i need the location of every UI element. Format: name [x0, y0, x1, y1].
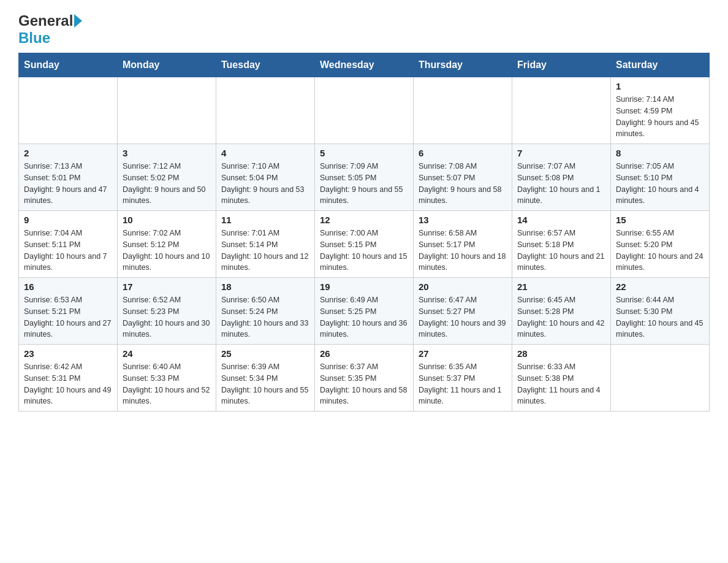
calendar-cell: 12Sunrise: 7:00 AM Sunset: 5:15 PM Dayli… [315, 211, 414, 278]
calendar-cell: 21Sunrise: 6:45 AM Sunset: 5:28 PM Dayli… [512, 278, 611, 345]
day-info: Sunrise: 6:58 AM Sunset: 5:17 PM Dayligh… [419, 228, 507, 274]
day-number: 15 [616, 215, 704, 225]
day-info: Sunrise: 6:35 AM Sunset: 5:37 PM Dayligh… [419, 361, 507, 407]
day-number: 22 [616, 282, 704, 292]
calendar-cell: 9Sunrise: 7:04 AM Sunset: 5:11 PM Daylig… [19, 211, 118, 278]
day-info: Sunrise: 7:05 AM Sunset: 5:10 PM Dayligh… [616, 161, 704, 207]
calendar-cell: 22Sunrise: 6:44 AM Sunset: 5:30 PM Dayli… [611, 278, 710, 345]
day-info: Sunrise: 7:04 AM Sunset: 5:11 PM Dayligh… [24, 228, 112, 274]
calendar-cell: 18Sunrise: 6:50 AM Sunset: 5:24 PM Dayli… [216, 278, 315, 345]
day-number: 6 [419, 148, 507, 158]
day-number: 24 [123, 348, 211, 359]
day-number: 13 [419, 215, 507, 225]
calendar-week-2: 2Sunrise: 7:13 AM Sunset: 5:01 PM Daylig… [19, 144, 710, 211]
calendar-cell: 28Sunrise: 6:33 AM Sunset: 5:38 PM Dayli… [512, 345, 611, 412]
day-number: 8 [616, 148, 704, 158]
day-info: Sunrise: 7:00 AM Sunset: 5:15 PM Dayligh… [320, 228, 408, 274]
calendar-cell: 19Sunrise: 6:49 AM Sunset: 5:25 PM Dayli… [315, 278, 414, 345]
day-number: 16 [24, 282, 112, 292]
calendar-cell: 4Sunrise: 7:10 AM Sunset: 5:04 PM Daylig… [216, 144, 315, 211]
day-info: Sunrise: 6:37 AM Sunset: 5:35 PM Dayligh… [320, 361, 408, 407]
calendar-header-sunday: Sunday [19, 53, 118, 77]
calendar-cell [315, 77, 414, 144]
day-number: 10 [123, 215, 211, 225]
calendar-cell [512, 77, 611, 144]
day-info: Sunrise: 6:33 AM Sunset: 5:38 PM Dayligh… [517, 361, 605, 407]
day-info: Sunrise: 7:08 AM Sunset: 5:07 PM Dayligh… [419, 161, 507, 207]
calendar-cell: 5Sunrise: 7:09 AM Sunset: 5:05 PM Daylig… [315, 144, 414, 211]
day-number: 1 [616, 81, 704, 91]
day-info: Sunrise: 6:39 AM Sunset: 5:34 PM Dayligh… [221, 361, 309, 407]
day-info: Sunrise: 6:45 AM Sunset: 5:28 PM Dayligh… [517, 294, 605, 340]
day-number: 26 [320, 348, 408, 359]
day-info: Sunrise: 7:07 AM Sunset: 5:08 PM Dayligh… [517, 161, 605, 207]
day-number: 17 [123, 282, 211, 292]
calendar-cell: 13Sunrise: 6:58 AM Sunset: 5:17 PM Dayli… [414, 211, 512, 278]
calendar-header-monday: Monday [118, 53, 216, 77]
calendar-body: 1Sunrise: 7:14 AM Sunset: 4:59 PM Daylig… [19, 77, 710, 412]
calendar-header-wednesday: Wednesday [315, 53, 414, 77]
calendar-cell: 7Sunrise: 7:07 AM Sunset: 5:08 PM Daylig… [512, 144, 611, 211]
day-info: Sunrise: 7:02 AM Sunset: 5:12 PM Dayligh… [123, 228, 211, 274]
calendar-header-saturday: Saturday [611, 53, 710, 77]
calendar-week-3: 9Sunrise: 7:04 AM Sunset: 5:11 PM Daylig… [19, 211, 710, 278]
calendar-cell: 16Sunrise: 6:53 AM Sunset: 5:21 PM Dayli… [19, 278, 118, 345]
day-info: Sunrise: 6:44 AM Sunset: 5:30 PM Dayligh… [616, 294, 704, 340]
calendar-cell [414, 77, 512, 144]
calendar-cell: 10Sunrise: 7:02 AM Sunset: 5:12 PM Dayli… [118, 211, 216, 278]
day-info: Sunrise: 7:10 AM Sunset: 5:04 PM Dayligh… [221, 161, 309, 207]
day-number: 20 [419, 282, 507, 292]
calendar-cell: 2Sunrise: 7:13 AM Sunset: 5:01 PM Daylig… [19, 144, 118, 211]
calendar-week-1: 1Sunrise: 7:14 AM Sunset: 4:59 PM Daylig… [19, 77, 710, 144]
calendar-cell: 3Sunrise: 7:12 AM Sunset: 5:02 PM Daylig… [118, 144, 216, 211]
calendar-cell [611, 345, 710, 412]
logo-general-text: General [18, 12, 73, 29]
day-info: Sunrise: 6:47 AM Sunset: 5:27 PM Dayligh… [419, 294, 507, 340]
calendar-header-thursday: Thursday [414, 53, 512, 77]
day-info: Sunrise: 6:42 AM Sunset: 5:31 PM Dayligh… [24, 361, 112, 407]
calendar-cell: 11Sunrise: 7:01 AM Sunset: 5:14 PM Dayli… [216, 211, 315, 278]
day-number: 12 [320, 215, 408, 225]
day-info: Sunrise: 6:53 AM Sunset: 5:21 PM Dayligh… [24, 294, 112, 340]
day-info: Sunrise: 7:13 AM Sunset: 5:01 PM Dayligh… [24, 161, 112, 207]
day-number: 27 [419, 348, 507, 359]
day-info: Sunrise: 6:50 AM Sunset: 5:24 PM Dayligh… [221, 294, 309, 340]
day-number: 2 [24, 148, 112, 158]
day-info: Sunrise: 6:55 AM Sunset: 5:20 PM Dayligh… [616, 228, 704, 274]
day-number: 28 [517, 348, 605, 359]
day-number: 14 [517, 215, 605, 225]
day-number: 3 [123, 148, 211, 158]
calendar-cell: 6Sunrise: 7:08 AM Sunset: 5:07 PM Daylig… [414, 144, 512, 211]
calendar-header-tuesday: Tuesday [216, 53, 315, 77]
day-number: 23 [24, 348, 112, 359]
calendar-cell: 1Sunrise: 7:14 AM Sunset: 4:59 PM Daylig… [611, 77, 710, 144]
calendar-cell [216, 77, 315, 144]
day-info: Sunrise: 6:49 AM Sunset: 5:25 PM Dayligh… [320, 294, 408, 340]
day-number: 4 [221, 148, 309, 158]
day-number: 9 [24, 215, 112, 225]
calendar-header-friday: Friday [512, 53, 611, 77]
calendar-cell: 23Sunrise: 6:42 AM Sunset: 5:31 PM Dayli… [19, 345, 118, 412]
day-number: 25 [221, 348, 309, 359]
day-number: 19 [320, 282, 408, 292]
calendar-table: SundayMondayTuesdayWednesdayThursdayFrid… [18, 53, 710, 412]
day-info: Sunrise: 6:57 AM Sunset: 5:18 PM Dayligh… [517, 228, 605, 274]
calendar-week-5: 23Sunrise: 6:42 AM Sunset: 5:31 PM Dayli… [19, 345, 710, 412]
day-number: 18 [221, 282, 309, 292]
page-header: General Blue [18, 12, 710, 47]
day-number: 7 [517, 148, 605, 158]
day-number: 5 [320, 148, 408, 158]
calendar-cell: 17Sunrise: 6:52 AM Sunset: 5:23 PM Dayli… [118, 278, 216, 345]
day-number: 21 [517, 282, 605, 292]
logo-arrow-icon [74, 14, 82, 28]
day-info: Sunrise: 7:14 AM Sunset: 4:59 PM Dayligh… [616, 94, 704, 140]
calendar-cell: 27Sunrise: 6:35 AM Sunset: 5:37 PM Dayli… [414, 345, 512, 412]
calendar-cell: 14Sunrise: 6:57 AM Sunset: 5:18 PM Dayli… [512, 211, 611, 278]
logo: General Blue [18, 12, 82, 47]
day-info: Sunrise: 6:52 AM Sunset: 5:23 PM Dayligh… [123, 294, 211, 340]
calendar-cell: 26Sunrise: 6:37 AM Sunset: 5:35 PM Dayli… [315, 345, 414, 412]
calendar-cell: 25Sunrise: 6:39 AM Sunset: 5:34 PM Dayli… [216, 345, 315, 412]
day-number: 11 [221, 215, 309, 225]
calendar-cell: 24Sunrise: 6:40 AM Sunset: 5:33 PM Dayli… [118, 345, 216, 412]
calendar-cell: 8Sunrise: 7:05 AM Sunset: 5:10 PM Daylig… [611, 144, 710, 211]
